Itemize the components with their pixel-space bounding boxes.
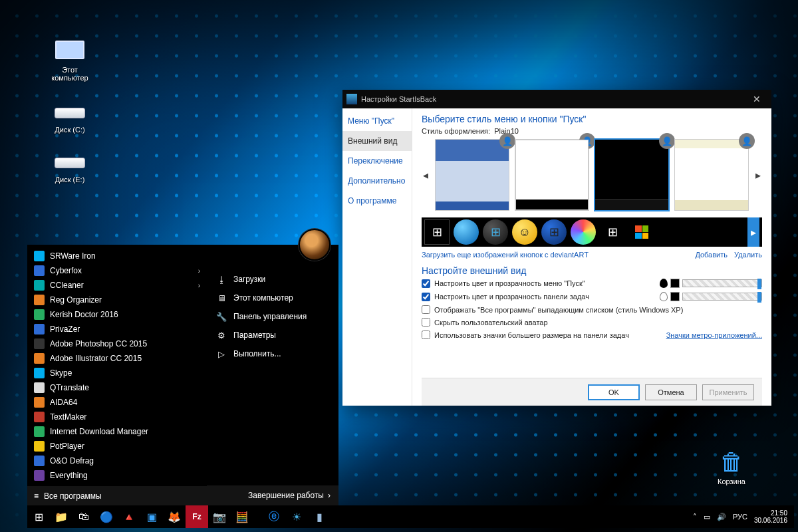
label: O&O Defrag	[50, 456, 94, 466]
checkbox[interactable]	[422, 305, 430, 314]
sidebar-item[interactable]: О программе	[342, 191, 412, 211]
checkbox[interactable]	[422, 279, 430, 288]
style-card[interactable]: 👤	[435, 139, 509, 211]
orb-strip: ⊞ ⊞ ☺ ⊞ ⊞ ▸	[422, 217, 762, 247]
tray-chevron-icon[interactable]: ˄	[693, 513, 697, 521]
tray-language[interactable]: РУС	[733, 513, 747, 521]
start-menu-item[interactable]: PrivaZer	[27, 322, 207, 336]
start-menu-item[interactable]: Adobe Photoshop CC 2015	[27, 336, 207, 351]
start-orb[interactable]	[629, 219, 654, 245]
taskbar-app-store[interactable]: 🛍	[72, 505, 95, 528]
all-programs[interactable]: ≡Все программы	[27, 485, 207, 505]
delete-link[interactable]: Удалить	[734, 251, 762, 259]
start-menu-item[interactable]: O&O Defrag	[27, 454, 207, 468]
taskbar-app[interactable]: 📷	[208, 505, 231, 528]
deviantart-link[interactable]: Загрузить еще изображений кнопок с devia…	[422, 251, 589, 259]
start-orb[interactable]: ⊞	[424, 219, 450, 245]
desktop-icon-this-pc[interactable]: Этот компьютер	[43, 37, 96, 82]
taskbar-app-edge[interactable]: ⓔ	[263, 505, 285, 528]
desktop-icon-drive-c[interactable]: Диск (C:)	[43, 96, 96, 134]
option-row: Использовать значки большего размера на …	[422, 331, 762, 339]
avatar-icon: 👤	[579, 133, 595, 149]
opacity-slider[interactable]	[682, 279, 762, 287]
start-orb[interactable]: ☺	[512, 219, 537, 245]
start-menu-item[interactable]: Adobe Illustrator CC 2015	[27, 351, 207, 366]
taskbar-app[interactable]: 🔵	[95, 505, 118, 528]
app-icon	[34, 251, 45, 261]
drive-icon	[54, 96, 86, 123]
start-orb[interactable]: ⊞	[483, 219, 508, 245]
start-orb[interactable]	[571, 219, 596, 245]
style-card[interactable]: 👤	[595, 139, 669, 211]
monitor-icon	[54, 37, 86, 63]
start-menu-item[interactable]: PotPlayer	[27, 439, 207, 454]
tray-clock[interactable]: 21:50 30.06.2016	[754, 509, 787, 525]
label: QTranslate	[50, 383, 89, 392]
sidebar-item[interactable]: Внешний вид	[342, 131, 412, 151]
add-link[interactable]: Добавить	[695, 251, 728, 259]
scroll-right-icon[interactable]: ▸	[747, 217, 759, 247]
sidebar-item[interactable]: Меню "Пуск"	[342, 111, 412, 131]
taskbar-app-calculator[interactable]: 🧮	[231, 505, 253, 528]
checkbox[interactable]	[422, 293, 430, 301]
drop-icon[interactable]	[660, 279, 668, 288]
start-menu-item[interactable]: Cyberfox›	[27, 263, 207, 278]
color-swatch[interactable]	[670, 279, 680, 288]
desktop-icon-recycle-bin[interactable]: Корзина	[705, 448, 758, 485]
start-menu-system-item[interactable]: 🖥Этот компьютер	[207, 289, 338, 307]
style-card[interactable]: 👤	[674, 139, 749, 211]
start-menu-system-item[interactable]: ⭳Загрузки	[207, 270, 338, 289]
label: Панель управления	[233, 312, 307, 321]
user-avatar[interactable]	[299, 229, 331, 261]
taskbar-app[interactable]: ▣	[140, 505, 163, 528]
checkbox[interactable]	[422, 331, 430, 339]
cancel-button[interactable]: Отмена	[645, 384, 697, 400]
app-icon	[34, 338, 45, 349]
start-orb[interactable]: ⊞	[541, 219, 567, 245]
start-menu-item[interactable]: Internet Download Manager	[27, 424, 207, 439]
desktop-icon-drive-e[interactable]: Диск (E:)	[43, 146, 96, 184]
start-menu-item[interactable]: Reg Organizer	[27, 293, 207, 307]
tray-volume-icon[interactable]: 🔊	[717, 513, 726, 521]
start-menu-item[interactable]: Everything	[27, 468, 207, 483]
taskbar-app-explorer[interactable]: 📁	[50, 505, 72, 528]
start-menu-item[interactable]: SRWare Iron	[27, 249, 207, 263]
sidebar-item[interactable]: Переключение	[342, 151, 412, 171]
start-menu-system-item[interactable]: ▷Выполнить...	[207, 344, 338, 363]
titlebar[interactable]: Настройки StartIsBack ✕	[342, 90, 771, 108]
drop-icon[interactable]	[660, 292, 668, 301]
start-menu-item[interactable]: Skype	[27, 366, 207, 380]
taskbar-app-startisback[interactable]: ▮	[308, 505, 331, 528]
start-menu-system-item[interactable]: ⚙Параметры	[207, 326, 338, 344]
taskbar-app[interactable]: ☀	[285, 505, 308, 528]
metro-icons-link[interactable]: Значки метро-приложений...	[666, 331, 762, 339]
scroll-left-icon[interactable]: ◂	[422, 169, 430, 182]
scroll-right-icon[interactable]: ▸	[754, 169, 762, 182]
start-menu-item[interactable]: QTranslate	[27, 380, 207, 395]
taskbar-app-filezilla[interactable]: Fz	[186, 505, 208, 528]
system-icon: 🔧	[216, 312, 227, 322]
start-menu-item[interactable]: TextMaker	[27, 410, 207, 424]
app-icon	[34, 397, 45, 408]
system-tray: ˄ ▭ 🔊 РУС 21:50 30.06.2016	[686, 509, 794, 525]
taskbar-app[interactable]: 🦊	[163, 505, 186, 528]
start-menu-system-item[interactable]: 🔧Панель управления	[207, 307, 338, 326]
taskbar-app[interactable]: 🔺	[118, 505, 140, 528]
sidebar-item[interactable]: Дополнительно	[342, 171, 412, 191]
color-swatch[interactable]	[670, 292, 680, 301]
apply-button[interactable]: Применить	[702, 384, 754, 400]
tray-network-icon[interactable]: ▭	[704, 513, 710, 521]
opacity-slider[interactable]	[682, 293, 762, 301]
ok-button[interactable]: OK	[588, 384, 640, 400]
start-menu-item[interactable]: CCleaner›	[27, 278, 207, 293]
style-card[interactable]: 👤	[515, 139, 589, 211]
close-button[interactable]: ✕	[746, 94, 767, 104]
checkbox[interactable]	[422, 318, 430, 327]
start-orb[interactable]: ⊞	[600, 219, 625, 245]
start-menu-item[interactable]: AIDA64	[27, 395, 207, 410]
start-orb[interactable]	[454, 219, 479, 245]
shutdown-button[interactable]: Завершение работы ›	[207, 485, 338, 505]
settings-sidebar: Меню "Пуск"Внешний видПереключениеДополн…	[342, 108, 412, 406]
start-menu-item[interactable]: Kerish Doctor 2016	[27, 307, 207, 322]
start-button[interactable]: ⊞	[27, 505, 50, 528]
